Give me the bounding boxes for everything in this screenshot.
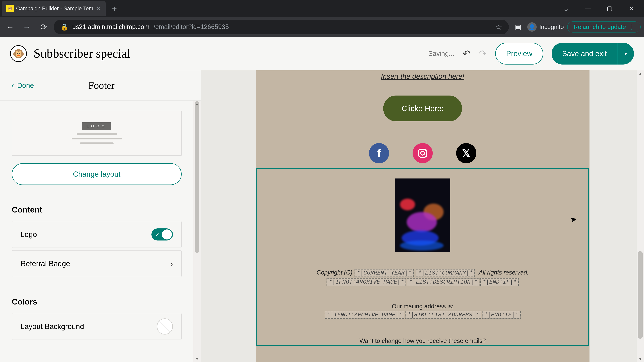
logo-row-label: Logo <box>20 230 37 239</box>
sidebar-header: ‹ Done Footer <box>0 70 201 100</box>
scroll-down-icon[interactable]: ▾ <box>193 357 201 361</box>
tab-title: Campaign Builder - Sample Tem <box>16 5 93 11</box>
save-exit-label: Save and exit <box>562 49 607 58</box>
copyright-suffix: All rights reserved. <box>479 269 528 276</box>
section-heading-colors: Colors <box>12 297 182 306</box>
url-path: /email/editor?id=12665935 <box>154 23 229 30</box>
description-placeholder[interactable]: Insert the description here! <box>256 70 590 80</box>
referral-row-label: Referral Badge <box>20 259 70 268</box>
campaign-name[interactable]: Subbscriber special <box>34 46 130 61</box>
referral-badge-row[interactable]: Referral Badge › <box>12 250 182 277</box>
footer-logo-image[interactable] <box>395 178 450 252</box>
lock-icon: 🔒 <box>60 23 68 31</box>
sidebar-scroll: LOGO Change layout Content Logo ✓ <box>0 100 201 362</box>
url-host: us21.admin.mailchimp.com <box>72 23 150 30</box>
saving-status: Saving... <box>428 50 454 57</box>
x-twitter-icon[interactable]: 𝕏 <box>456 143 476 163</box>
url-field[interactable]: 🔒 us21.admin.mailchimp.com /email/editor… <box>54 19 509 34</box>
chevron-right-icon: › <box>170 259 173 268</box>
layout-preview-line <box>80 142 114 144</box>
app: 🐵 Subbscriber special Saving... ↶ ↷ Prev… <box>0 37 644 362</box>
merge-tag-end-if[interactable]: *|END:IF|* <box>480 278 519 286</box>
reload-button[interactable]: ⟳ <box>37 20 50 34</box>
social-icons: f 𝕏 <box>256 143 590 163</box>
canvas-area[interactable]: Insert the description here! Clicke Here… <box>201 70 644 362</box>
tab-bar: 🐵 Campaign Builder - Sample Tem ✕ ＋ ⌄ — … <box>0 0 644 17</box>
layout-bg-label: Layout Background <box>20 322 84 331</box>
email-body: Insert the description here! Clicke Here… <box>256 70 590 362</box>
window-maximize-button[interactable]: ▢ <box>599 0 620 17</box>
app-body: ‹ Done Footer LOGO Change layout <box>0 70 644 362</box>
save-exit-button[interactable]: Save and exit <box>552 43 617 64</box>
incognito-indicator[interactable]: 👤 Incognito <box>527 22 564 32</box>
merge-tag-current-year[interactable]: *|CURRENT_YEAR|* <box>354 269 414 277</box>
sidebar-scrollbar[interactable]: ▴ ▾ <box>193 100 201 362</box>
scroll-up-icon[interactable]: ▴ <box>636 71 644 76</box>
save-exit-group: Save and exit ▾ <box>552 43 634 64</box>
panel-title: Footer <box>14 80 189 91</box>
instagram-icon[interactable] <box>412 143 433 163</box>
bookmark-star-icon[interactable]: ☆ <box>496 23 502 31</box>
more-icon: ⋮ <box>628 23 634 30</box>
window-close-button[interactable]: ✕ <box>620 0 642 17</box>
incognito-icon: 👤 <box>527 22 537 32</box>
extensions-button[interactable]: ▣ <box>512 21 524 33</box>
browser-tab[interactable]: 🐵 Campaign Builder - Sample Tem ✕ <box>2 1 106 16</box>
merge-tag-html-list-address[interactable]: *|HTML:LIST_ADDRESS|* <box>405 311 481 319</box>
footer-block-selected[interactable]: Copyright (C) *|CURRENT_YEAR|* *|LIST:CO… <box>256 168 589 346</box>
merge-tag-ifnot-archive-2[interactable]: *|IFNOT:ARCHIVE_PAGE|* <box>325 311 404 319</box>
copyright-line[interactable]: Copyright (C) *|CURRENT_YEAR|* *|LIST:CO… <box>264 269 581 277</box>
layout-preview[interactable]: LOGO <box>12 111 182 156</box>
close-icon[interactable]: ✕ <box>96 5 101 12</box>
copyright-prefix: Copyright (C) <box>316 269 354 276</box>
save-exit-more-button[interactable]: ▾ <box>617 43 634 64</box>
window-minimize-button[interactable]: — <box>577 0 599 17</box>
forward-button: → <box>20 20 34 34</box>
layout-background-row[interactable]: Layout Background <box>12 313 182 340</box>
section-heading-content: Content <box>12 205 182 214</box>
logo-toggle[interactable]: ✓ <box>152 228 173 241</box>
merge-tag-ifnot-archive[interactable]: *|IFNOT:ARCHIVE_PAGE|* <box>326 278 406 286</box>
address-bar: ← → ⟳ 🔒 us21.admin.mailchimp.com /email/… <box>0 17 644 37</box>
cta-button[interactable]: Clicke Here: <box>383 95 462 121</box>
scroll-up-icon[interactable]: ▴ <box>193 101 201 106</box>
undo-button[interactable]: ↶ <box>463 48 470 59</box>
preview-button[interactable]: Preview <box>495 43 544 64</box>
description-merge-line[interactable]: *|IFNOT:ARCHIVE_PAGE|**|LIST:DESCRIPTION… <box>264 278 581 286</box>
canvas-scroll-thumb[interactable] <box>638 251 643 339</box>
browser-chrome: 🐵 Campaign Builder - Sample Tem ✕ ＋ ⌄ — … <box>0 0 644 37</box>
change-prefs-label: Want to change how you receive these ema… <box>264 337 581 345</box>
sidebar-scroll-thumb[interactable] <box>195 101 200 253</box>
merge-tag-end-if-2[interactable]: *|END:IF|* <box>482 311 520 319</box>
facebook-icon[interactable]: f <box>369 143 389 163</box>
mailchimp-favicon: 🐵 <box>6 5 14 12</box>
check-icon: ✓ <box>155 231 160 238</box>
toggle-knob <box>162 229 172 240</box>
canvas-scrollbar[interactable]: ▴ ▾ <box>636 70 644 362</box>
back-button[interactable]: ← <box>3 20 17 34</box>
relaunch-button[interactable]: Relaunch to update ⋮ <box>567 21 641 32</box>
address-merge-line[interactable]: *|IFNOT:ARCHIVE_PAGE|**|HTML:LIST_ADDRES… <box>264 311 581 319</box>
sidebar: ‹ Done Footer LOGO Change layout <box>0 70 201 362</box>
change-layout-label: Change layout <box>73 170 120 178</box>
new-tab-button[interactable]: ＋ <box>110 3 118 14</box>
relaunch-label: Relaunch to update <box>574 23 626 30</box>
cta-label: Clicke Here: <box>402 104 444 113</box>
preview-label: Preview <box>506 49 532 58</box>
mailing-address-label: Our mailing address is: <box>264 303 581 310</box>
scroll-down-icon[interactable]: ▾ <box>636 357 644 361</box>
svg-point-1 <box>421 151 424 155</box>
merge-tag-list-company[interactable]: *|LIST:COMPANY|* <box>416 269 475 277</box>
window-controls: ⌄ — ▢ ✕ <box>555 0 642 17</box>
mailchimp-logo[interactable]: 🐵 <box>10 45 27 62</box>
svg-point-2 <box>425 150 426 151</box>
app-header: 🐵 Subbscriber special Saving... ↶ ↷ Prev… <box>0 37 644 70</box>
change-layout-button[interactable]: Change layout <box>12 163 182 185</box>
logo-toggle-row[interactable]: Logo ✓ <box>12 221 182 248</box>
chevron-down-icon: ▾ <box>624 50 627 57</box>
merge-tag-list-description[interactable]: *|LIST:DESCRIPTION|* <box>407 278 480 286</box>
layout-preview-line <box>72 138 122 139</box>
tab-search-button[interactable]: ⌄ <box>555 0 577 17</box>
color-swatch-none[interactable] <box>157 319 173 335</box>
redo-button: ↷ <box>479 48 487 59</box>
